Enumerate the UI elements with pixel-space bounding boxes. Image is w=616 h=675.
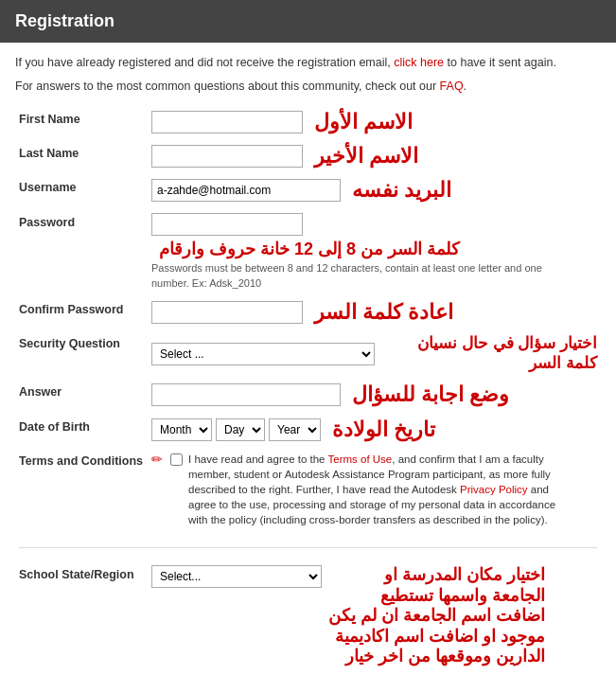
last-name-field-wrap: الاسم الأخير <box>151 144 597 169</box>
username-row: Username البريد نفسه <box>15 173 601 207</box>
last-name-label: Last Name <box>15 139 148 173</box>
school-state-label: School State/Region <box>15 560 148 672</box>
intro-line1: If you have already registered and did n… <box>15 54 601 72</box>
security-question-select[interactable]: Select ... <box>151 343 375 365</box>
registration-form: First Name الاسم الأول Last Name الاسم ا… <box>15 105 601 676</box>
answer-label: Answer <box>15 378 148 412</box>
first-name-arabic: الاسم الأول <box>314 110 413 134</box>
password-row: Password كلمة السر من 8 إلى 12 خانة حروف… <box>15 208 601 295</box>
password-hint: Passwords must be between 8 and 12 chara… <box>151 261 558 291</box>
dob-label: Date of Birth <box>15 413 148 447</box>
confirm-password-input[interactable] <box>151 301 303 324</box>
username-field-wrap: البريد نفسه <box>151 178 597 203</box>
password-arabic: كلمة السر من 8 إلى 12 خانة حروف وارقام <box>159 240 460 260</box>
answer-arabic: وضع اجابة للسؤال <box>352 382 509 407</box>
password-input[interactable] <box>151 213 303 236</box>
toc-row: Terms and Conditions ✏ I have read and a… <box>15 447 601 532</box>
privacy-policy-link[interactable]: Privacy Policy <box>460 484 528 495</box>
school-state-wrap: Select... اختيار مكان المدرسة او الجامعة… <box>151 565 597 667</box>
divider <box>19 547 597 548</box>
username-input[interactable] <box>151 179 341 202</box>
divider-row <box>15 532 601 560</box>
dob-day-select[interactable]: Day <box>216 418 265 441</box>
toc-label: Terms and Conditions <box>15 447 148 532</box>
first-name-label: First Name <box>15 105 148 139</box>
password-field-wrap: كلمة السر من 8 إلى 12 خانة حروف وارقام <box>151 213 597 260</box>
confirm-password-label: Confirm Password <box>15 295 148 329</box>
page-title: Registration <box>15 11 114 30</box>
answer-row: Answer وضع اجابة للسؤال <box>15 378 601 412</box>
terms-of-use-link[interactable]: Terms of Use <box>328 453 393 465</box>
page-header: Registration <box>0 0 616 43</box>
dob-month-select[interactable]: Month <box>151 418 212 441</box>
last-name-row: Last Name الاسم الأخير <box>15 139 601 173</box>
dob-arabic: تاريخ الولادة <box>332 417 435 442</box>
username-label: Username <box>15 173 148 207</box>
username-arabic: البريد نفسه <box>352 178 451 203</box>
security-q-wrap: Select ... اختيار سؤال في حال نسيان كلمة… <box>151 334 597 373</box>
school-state-select[interactable]: Select... <box>151 565 322 588</box>
first-name-field-wrap: الاسم الأول <box>151 110 597 134</box>
first-name-input[interactable] <box>151 111 303 133</box>
password-label: Password <box>15 208 148 295</box>
toc-edit-icon: ✏ <box>151 452 163 467</box>
click-here-link[interactable]: click here <box>394 56 444 69</box>
school-state-row: School State/Region Select... اختيار مكا… <box>15 560 601 672</box>
security-question-arabic: اختيار سؤال في حال نسيان كلمة السر <box>386 334 597 373</box>
toc-wrap: ✏ I have read and agree to the Terms of … <box>151 452 568 527</box>
security-question-label: Security Question <box>15 329 148 378</box>
security-question-row: Security Question Select ... اختيار سؤال… <box>15 329 601 378</box>
faq-link[interactable]: FAQ <box>440 80 464 93</box>
dob-row: Date of Birth Month Day Year تاريخ الولا… <box>15 413 601 447</box>
first-name-row: First Name الاسم الأول <box>15 105 601 139</box>
toc-text: I have read and agree to the Terms of Us… <box>188 452 568 527</box>
intro-line2: For answers to the most common questions… <box>15 78 601 96</box>
toc-checkbox[interactable] <box>170 453 183 466</box>
dob-year-select[interactable]: Year <box>269 418 321 441</box>
school-state-arabic: اختيار مكان المدرسة او الجامعة واسمها تس… <box>327 565 545 667</box>
answer-input[interactable] <box>151 383 341 406</box>
confirm-password-field-wrap: اعادة كلمة السر <box>151 300 597 325</box>
last-name-input[interactable] <box>151 145 303 168</box>
page-content: If you have already registered and did n… <box>0 43 616 675</box>
last-name-arabic: الاسم الأخير <box>314 144 418 169</box>
confirm-password-arabic: اعادة كلمة السر <box>314 300 453 325</box>
confirm-password-row: Confirm Password اعادة كلمة السر <box>15 295 601 329</box>
answer-field-wrap: وضع اجابة للسؤال <box>151 382 597 407</box>
dob-selects: Month Day Year تاريخ الولادة <box>151 417 597 442</box>
